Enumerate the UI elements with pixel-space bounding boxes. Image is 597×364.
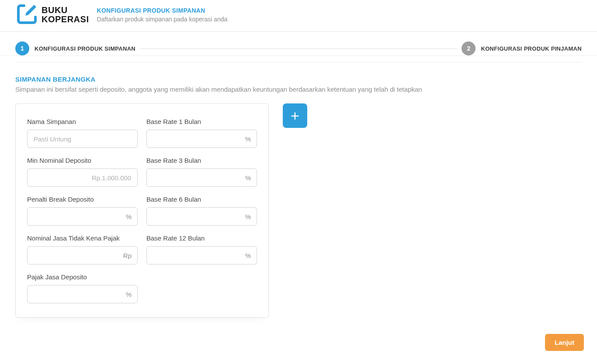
add-card-button[interactable]: + (283, 103, 307, 128)
section-description: Simpanan ini bersifat seperti deposito, … (15, 86, 582, 93)
min-nominal-input[interactable] (27, 168, 138, 187)
rate6-label: Base Rate 6 Bulan (146, 196, 257, 203)
rate1-input[interactable] (146, 130, 257, 148)
brand-name: BUKU KOPERASI (42, 6, 89, 24)
rate12-input[interactable] (146, 246, 257, 264)
step-1-label: KONFIGURASI PRODUK SIMPANAN (35, 45, 135, 52)
nama-simpanan-label: Nama Simpanan (27, 118, 138, 125)
rate1-label: Base Rate 1 Bulan (146, 118, 257, 125)
form-left-column: Nama Simpanan Min Nominal Deposito Penal… (27, 118, 138, 303)
plus-icon: + (291, 108, 299, 123)
min-nominal-label: Min Nominal Deposito (27, 157, 138, 164)
section-title: SIMPANAN BERJANGKA (15, 76, 582, 83)
rate6-input[interactable] (146, 207, 257, 226)
step-2[interactable]: 2 KONFIGURASI PRODUK PINJAMAN (462, 41, 582, 55)
stepper: 1 KONFIGURASI PRODUK SIMPANAN 2 KONFIGUR… (0, 32, 597, 56)
page-title: KONFIGURASI PRODUK SIMPANAN (97, 7, 227, 14)
step-2-circle: 2 (462, 41, 476, 55)
main-content: SIMPANAN BERJANGKA Simpanan ini bersifat… (0, 62, 597, 361)
page-subtitle: Daftarkan produk simpanan pada koperasi … (97, 16, 227, 23)
nama-simpanan-input[interactable] (27, 130, 138, 148)
logo-icon (15, 2, 39, 27)
step-connector (140, 48, 457, 49)
rate3-input[interactable] (146, 168, 257, 187)
header-text: KONFIGURASI PRODUK SIMPANAN Daftarkan pr… (97, 7, 227, 23)
njtkp-label: Nominal Jasa Tidak Kena Pajak (27, 234, 138, 242)
pajak-input[interactable] (27, 285, 138, 303)
step-2-label: KONFIGURASI PRODUK PINJAMAN (481, 45, 582, 52)
step-1-circle: 1 (15, 41, 29, 55)
penalti-label: Penalti Break Deposito (27, 196, 138, 203)
rate12-label: Base Rate 12 Bulan (146, 234, 257, 242)
brand-name-line1: BUKU (42, 6, 89, 15)
brand-logo: BUKU KOPERASI (15, 2, 89, 27)
njtkp-input[interactable] (27, 246, 138, 264)
app-header: BUKU KOPERASI KONFIGURASI PRODUK SIMPANA… (0, 0, 597, 32)
step-1[interactable]: 1 KONFIGURASI PRODUK SIMPANAN (15, 41, 135, 55)
pajak-label: Pajak Jasa Deposito (27, 273, 138, 281)
deposit-form-card: Nama Simpanan Min Nominal Deposito Penal… (15, 103, 269, 318)
brand-name-line2: KOPERASI (42, 15, 89, 24)
form-right-column: Base Rate 1 Bulan % Base Rate 3 Bulan % (146, 118, 257, 303)
penalti-input[interactable] (27, 207, 138, 226)
rate3-label: Base Rate 3 Bulan (146, 157, 257, 164)
continue-button[interactable]: Lanjut (545, 334, 584, 351)
